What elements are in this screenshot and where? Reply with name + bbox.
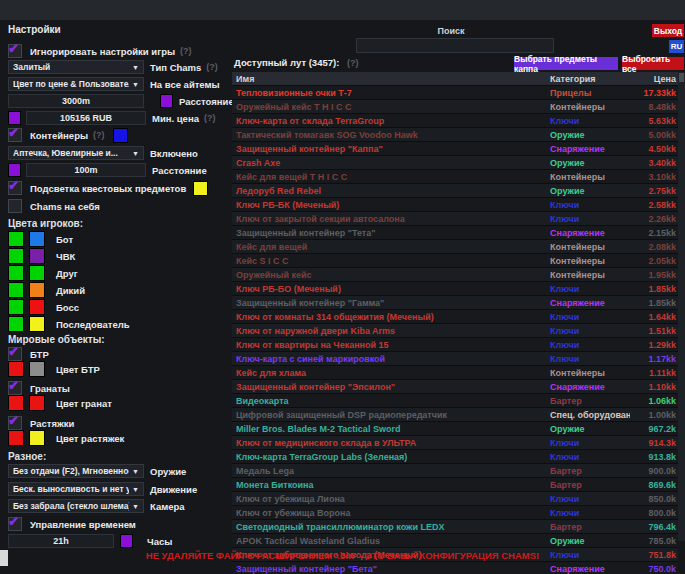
table-row[interactable]: Ключ-карта с синей маркировкойКлючи1.17k… [232,352,678,366]
item-price: 1.10kk [630,382,678,392]
player-color-swatch-1[interactable] [8,265,24,281]
weapon-dropdown[interactable]: Без отдачи (F2), Мгновенное п ▼ [8,464,144,478]
containers-distance-color-swatch[interactable] [8,163,21,177]
player-color-swatch-1[interactable] [8,282,24,298]
movement-dropdown[interactable]: Беск. выносливость и нет уста ▼ [8,482,144,496]
distance-color-swatch[interactable] [160,94,173,108]
player-color-swatch-1[interactable] [8,231,24,247]
table-row[interactable]: Защищенный контейнер "Каппа"Снаряжение4.… [232,142,678,156]
column-price[interactable]: Цена [630,74,678,84]
help-icon[interactable]: (?) [93,130,105,140]
drop-all-button[interactable]: Выбросить все [622,57,684,70]
btr-checkbox[interactable] [8,347,22,361]
chams-type-dropdown[interactable]: Залитый ▼ [8,60,144,74]
item-price: 914.3k [630,438,678,448]
grenades-checkbox[interactable] [8,381,22,395]
hours-color-swatch[interactable] [120,534,133,548]
item-name: Защищенный контейнер "Бета" [232,564,550,574]
table-row[interactable]: Ключ от наружной двери Kiba ArmsКлючи1.5… [232,324,678,338]
table-row[interactable]: Ключ от убежища ВоронаКлючи800.0k [232,506,678,520]
tripwires-color-swatch-1[interactable] [8,430,24,446]
chams-self-row: Chams на себя [8,199,100,213]
chams-self-checkbox[interactable] [8,199,22,213]
containers-filter-value: Аптечка, Ювелирные и... [13,148,118,158]
table-row[interactable]: Кейс для вещей T H I C CКонтейнеры3.10kk [232,170,678,184]
player-color-swatch-1[interactable] [8,316,24,332]
table-row[interactable]: APOK Tactical Wasteland GladiusОружие785… [232,534,678,548]
table-row[interactable]: Кейс для хламаКонтейнеры1.11kk [232,366,678,380]
table-row[interactable]: Кейс для вещейКонтейнеры2.08kk [232,240,678,254]
player-color-swatch-1[interactable] [8,248,24,264]
table-row[interactable]: Защищенный контейнер "Гамма"Снаряжение1.… [232,296,678,310]
table-row[interactable]: Ключ от закрытой секции автосалонаКлючи2… [232,212,678,226]
player-color-swatch-2[interactable] [29,248,45,264]
scrollbar-thumb[interactable] [679,73,684,82]
table-row[interactable]: Miller Bros. Blades M-2 Tactical SwordОр… [232,422,678,436]
quest-highlight-color-swatch[interactable] [193,181,208,196]
table-row[interactable]: Ключ РБ-БК (Меченый)Ключи2.58kk [232,198,678,212]
column-name[interactable]: Имя [232,74,550,84]
btr-color-swatch-1[interactable] [8,361,24,377]
table-row[interactable]: Защищенный контейнер "Бета"Снаряжение750… [232,562,678,574]
table-row[interactable]: Медаль LegaБартер900.0k [232,464,678,478]
table-row[interactable]: Оружейный кейс T H I C CКонтейнеры8.48kk [232,100,678,114]
chevron-down-icon: ▼ [132,150,139,157]
table-row[interactable]: Ключ от медицинского склада в УЛЬТРАКлюч… [232,436,678,450]
table-row[interactable]: Светодиодный трансиллюминатор кожи LEDXБ… [232,520,678,534]
item-category: Снаряжение [550,298,630,308]
grenades-color-swatch-2[interactable] [29,395,45,411]
player-color-swatch-2[interactable] [29,282,45,298]
footer-warning: НЕ УДАЛЯЙТЕ ФАЙЛ С РАСШИРЕНИЕМ '.bin' - … [0,550,685,561]
player-color-label: Последователь [56,319,130,330]
camera-dropdown[interactable]: Без забрала (стекло шлема) ▼ [8,499,144,513]
player-color-swatch-1[interactable] [8,299,24,315]
table-row[interactable]: Ключ от убежища ЛионаКлючи850.0k [232,492,678,506]
tripwires-checkbox[interactable] [8,416,22,430]
table-row[interactable]: Crash AxeОружие3.40kk [232,156,678,170]
help-icon[interactable]: (?) [347,58,359,68]
player-color-swatch-2[interactable] [29,299,45,315]
ignore-game-settings-checkbox[interactable] [8,44,22,58]
table-row[interactable]: Цифровой защищенный DSP радиопередатчикС… [232,408,678,422]
language-button[interactable]: RU [669,40,684,53]
table-row[interactable]: Ключ РБ-БО (Меченый)Ключи1.85kk [232,282,678,296]
table-scrollbar[interactable] [678,72,685,541]
help-icon[interactable]: (?) [206,62,218,72]
table-row[interactable]: Оружейный кейсКонтейнеры1.95kk [232,268,678,282]
containers-checkbox[interactable] [8,128,22,142]
help-icon[interactable]: (?) [204,113,216,123]
table-row[interactable]: Ключ-карта от склада TerraGroupКлючи5.63… [232,114,678,128]
player-color-swatch-2[interactable] [29,265,45,281]
containers-distance-input[interactable] [26,163,146,177]
hours-input[interactable] [8,534,114,548]
time-control-checkbox[interactable] [8,517,22,531]
all-items-dropdown[interactable]: Цвет по цене & Пользователь ▼ [8,77,144,91]
table-row[interactable]: Ключ от комнаты 314 общежития (Меченый)К… [232,310,678,324]
containers-color-swatch[interactable] [113,128,128,143]
select-kappa-items-button[interactable]: Выбрать предметы каппа [514,57,618,70]
help-icon[interactable]: (?) [180,46,192,56]
table-row[interactable]: Кейс S I C CКонтейнеры2.05kk [232,254,678,268]
exit-button[interactable]: Выход [652,24,684,37]
table-row[interactable]: Тактический томагавк SOG Voodoo HawkОруж… [232,128,678,142]
table-row[interactable]: Тепловизионные очки Т-7Прицелы17.33kk [232,86,678,100]
column-category[interactable]: Категория [550,74,630,84]
table-row[interactable]: Защищенный контейнер "Тета"Снаряжение2.1… [232,226,678,240]
table-row[interactable]: Защищенный контейнер "Эпсилон"Снаряжение… [232,380,678,394]
table-row[interactable]: ВидеокартаБартер1.06kk [232,394,678,408]
distance-input[interactable] [8,94,144,108]
min-price-input[interactable] [26,111,146,125]
tripwires-color-swatch-2[interactable] [29,430,45,446]
quest-highlight-checkbox[interactable] [8,181,22,195]
btr-color-swatch-2[interactable] [29,361,45,377]
table-row[interactable]: Монета БиткоинаБартер869.6k [232,478,678,492]
table-row[interactable]: Ключ от квартиры на Чеканной 15Ключи1.29… [232,338,678,352]
table-row[interactable]: Ключ-карта TerraGroup Labs (Зеленая)Ключ… [232,450,678,464]
search-input[interactable] [356,38,554,53]
table-row[interactable]: Ледоруб Red RebelОружие2.75kk [232,184,678,198]
player-color-swatch-2[interactable] [29,231,45,247]
grenades-color-swatch-1[interactable] [8,395,24,411]
min-price-color-swatch[interactable] [8,111,21,125]
containers-filter-dropdown[interactable]: Аптечка, Ювелирные и... ▼ [8,146,144,160]
player-color-swatch-2[interactable] [29,316,45,332]
